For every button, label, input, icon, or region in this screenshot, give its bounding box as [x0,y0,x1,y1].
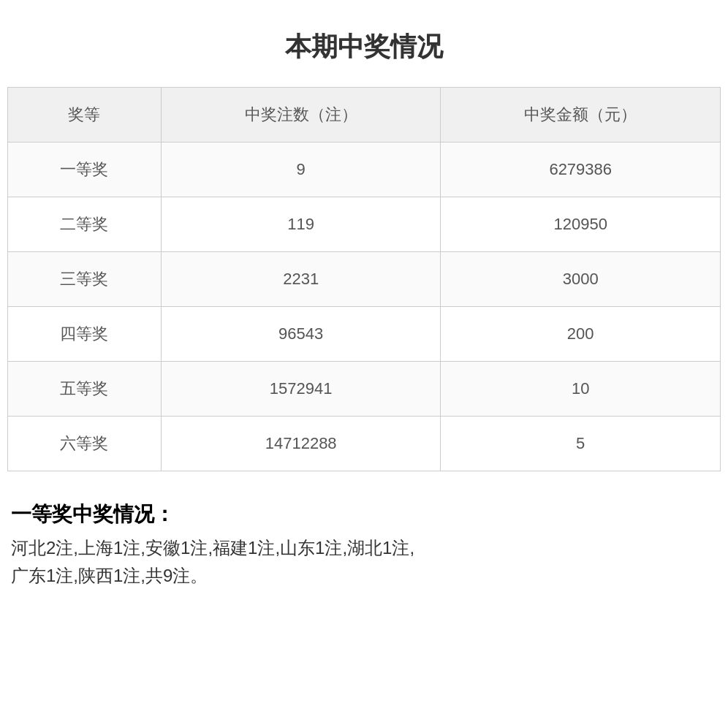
table-row: 三等奖22313000 [8,252,721,307]
prize-count-cell: 14712288 [161,417,441,471]
prize-count-cell: 9 [161,142,441,197]
prize-level-cell: 一等奖 [8,142,162,197]
first-prize-detail-line1: 河北2注,上海1注,安徽1注,福建1注,山东1注,湖北1注, [11,534,717,562]
table-header-row: 奖等 中奖注数（注） 中奖金额（元） [8,88,721,142]
prize-level-cell: 五等奖 [8,362,162,417]
prize-level-cell: 三等奖 [8,252,162,307]
page-container: 本期中奖情况 奖等 中奖注数（注） 中奖金额（元） 一等奖96279386二等奖… [0,0,728,612]
prize-count-cell: 1572941 [161,362,441,417]
page-title: 本期中奖情况 [7,15,721,87]
first-prize-section: 一等奖中奖情况： 河北2注,上海1注,安徽1注,福建1注,山东1注,湖北1注, … [7,493,721,598]
prize-level-cell: 四等奖 [8,307,162,362]
table-row: 六等奖147122885 [8,417,721,471]
prize-amount-cell: 5 [441,417,721,471]
prize-table: 奖等 中奖注数（注） 中奖金额（元） 一等奖96279386二等奖1191209… [7,87,721,471]
col-header-amount: 中奖金额（元） [441,88,721,142]
prize-amount-cell: 6279386 [441,142,721,197]
table-row: 四等奖96543200 [8,307,721,362]
prize-level-cell: 二等奖 [8,197,162,252]
prize-amount-cell: 10 [441,362,721,417]
first-prize-title: 一等奖中奖情况： [11,501,717,528]
prize-amount-cell: 200 [441,307,721,362]
table-row: 一等奖96279386 [8,142,721,197]
prize-count-cell: 119 [161,197,441,252]
prize-count-cell: 2231 [161,252,441,307]
col-header-prize-level: 奖等 [8,88,162,142]
prize-level-cell: 六等奖 [8,417,162,471]
prize-count-cell: 96543 [161,307,441,362]
table-row: 五等奖157294110 [8,362,721,417]
table-row: 二等奖119120950 [8,197,721,252]
prize-amount-cell: 3000 [441,252,721,307]
col-header-count: 中奖注数（注） [161,88,441,142]
first-prize-detail-line2: 广东1注,陕西1注,共9注。 [11,562,717,590]
prize-amount-cell: 120950 [441,197,721,252]
